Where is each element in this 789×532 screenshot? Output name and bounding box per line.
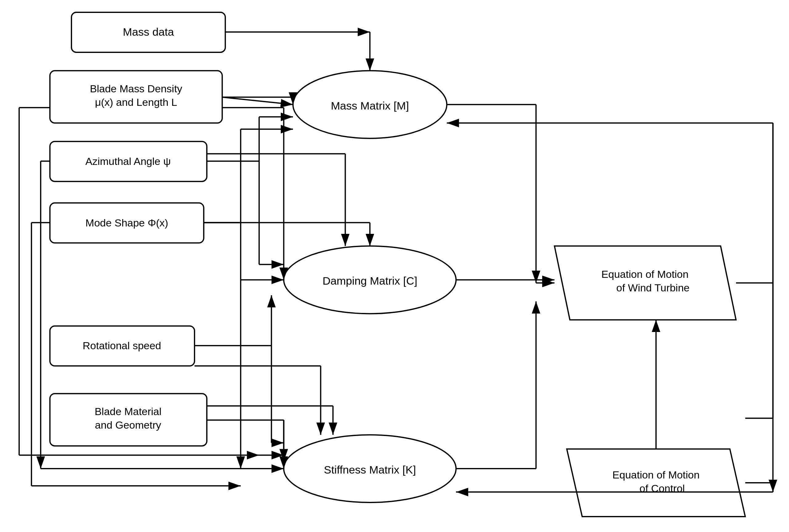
mass-data-label: Mass data	[123, 25, 174, 38]
stiffness-matrix-label: Stiffness Matrix [K]	[324, 463, 416, 476]
eom-wind-turbine-label: Equation of Motion	[601, 268, 688, 280]
blade-material-label2: and Geometry	[95, 419, 161, 431]
eom-wind-turbine-label2: of Wind Turbine	[616, 282, 690, 293]
blade-material-label: Blade Material	[94, 405, 161, 417]
mode-shape-label: Mode Shape Φ(x)	[86, 217, 168, 229]
blade-mass-label2: μ(x) and Length L	[95, 96, 177, 108]
eom-control-label: Equation of Motion	[612, 469, 699, 481]
mass-matrix-label: Mass Matrix [M]	[331, 99, 409, 112]
blade-mass-label: Blade Mass Density	[90, 83, 182, 94]
rotational-speed-label: Rotational speed	[83, 340, 161, 352]
damping-matrix-label: Damping Matrix [C]	[323, 274, 417, 287]
diagram-container: Mass data Blade Mass Density μ(x) and Le…	[0, 0, 789, 532]
azimuthal-label: Azimuthal Angle ψ	[85, 155, 171, 167]
